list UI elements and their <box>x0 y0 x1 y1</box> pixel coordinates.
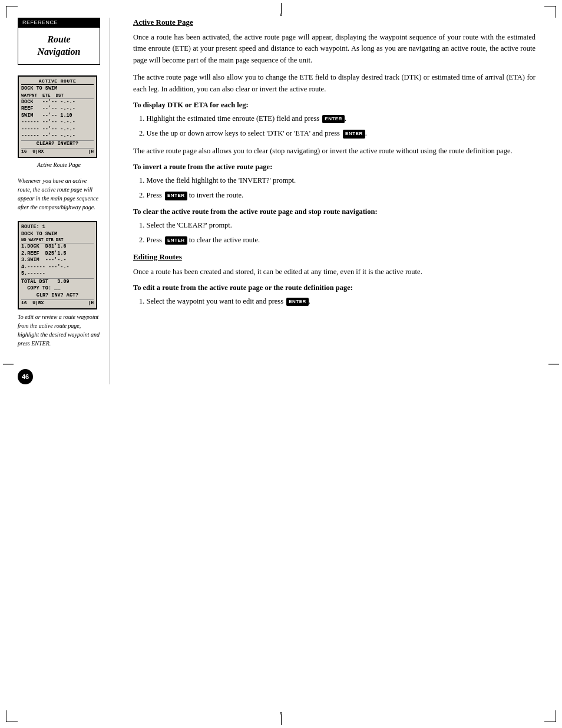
screen2-header: NO WAYPNT DTB DST <box>21 238 94 243</box>
active-route-para2: The active route page will also allow yo… <box>133 72 535 95</box>
gps-screen-2: ROUTE: 1 DOCK TO SWIM NO WAYPNT DTB DST … <box>18 221 97 309</box>
corner-mark-tl <box>6 6 18 18</box>
enter-badge-4: ENTER <box>165 236 187 245</box>
invert-section: To invert a route from the active route … <box>133 163 535 202</box>
active-route-section: Active Route Page Once a route has been … <box>133 18 535 95</box>
clear-step-1: 1. Select the 'CLEAR?' prompt. <box>139 220 535 231</box>
screen1-row6: ------ --'-- -.-.- <box>21 133 94 139</box>
crosshair-left <box>3 364 14 364</box>
dtk-heading: To display DTK or ETA for each leg: <box>133 101 535 110</box>
screen1-title: ACTIVE ROUTE <box>21 78 94 85</box>
invert-steps: 1. Move the field highlight to the 'INVE… <box>133 175 535 202</box>
crosshair-bottom <box>280 712 282 725</box>
clear-step-2: 2. Press ENTER to clear the active route… <box>139 235 535 246</box>
vertical-divider <box>109 18 110 384</box>
screen2-row3: 3.SWIM ---'-.- <box>21 257 94 263</box>
editing-para1: Once a route has been created and stored… <box>133 266 535 278</box>
screen2-subtitle: DOCK TO SWIM <box>21 231 94 238</box>
dtk-after-text: The active route page also allows you to… <box>133 146 535 157</box>
invert-heading: To invert a route from the active route … <box>133 163 535 172</box>
reference-tab: Reference <box>18 18 100 27</box>
dtk-step-2: 2. Use the up or down arrow keys to sele… <box>139 128 535 139</box>
screen1-row2: REEF --'-- -.-.- <box>21 106 94 112</box>
screen1-caption: Active Route Page <box>18 161 100 169</box>
screen2-title: ROUTE: 1 <box>21 224 94 230</box>
screen2-copy: COPY TO: __ <box>21 285 94 292</box>
screen1-row1: DOCK --'-- -.-.- <box>21 99 94 106</box>
edit-step-1: 1. Select the waypoint you want to edit … <box>139 296 535 307</box>
screen1-footer: 16 U|RX|H <box>21 148 94 155</box>
enter-badge-3: ENTER <box>165 192 187 200</box>
main-content: Active Route Page Once a route has been … <box>121 18 535 384</box>
screen1-note: Whenever you have an active route, the a… <box>18 176 100 212</box>
enter-badge-2: ENTER <box>343 130 365 138</box>
screen1-subtitle: DOCK TO SWIM <box>21 85 94 92</box>
clear-heading: To clear the active route from the activ… <box>133 207 535 216</box>
screen2-footer: 16 U|RX|H <box>21 299 94 307</box>
crosshair-right <box>548 364 559 364</box>
sidebar: Reference Route Navigation ACTIVE ROUTE … <box>18 18 109 384</box>
screen1-bottom: CLEAR? INVERT? <box>21 140 94 147</box>
dtk-step-1: 1. Highlight the estimated time enroute … <box>139 113 535 124</box>
edit-route-heading: To edit a route from the active route pa… <box>133 284 535 292</box>
dtk-steps: 1. Highlight the estimated time enroute … <box>133 113 535 140</box>
invert-step-2: 2. Press ENTER to invert the route. <box>139 190 535 201</box>
enter-badge-1: ENTER <box>322 115 345 123</box>
enter-badge-5: ENTER <box>286 298 309 306</box>
screen2-row5: 5.------ <box>21 271 94 277</box>
clear-section: To clear the active route from the activ… <box>133 207 535 246</box>
invert-step-1: 1. Move the field highlight to the 'INVE… <box>139 175 535 186</box>
screen2-row2: 2.REEF D25'1.5 <box>21 251 94 257</box>
screen1-row5: ------ --'-- -.-.- <box>21 126 94 133</box>
dtk-eta-section: To display DTK or ETA for each leg: 1. H… <box>133 101 535 157</box>
screen2-note: To edit or review a route waypoint from … <box>18 312 100 348</box>
editing-section: Editing Routes Once a route has been cre… <box>133 252 535 308</box>
screen1-row3: SWIM --'-- 1.10 <box>21 113 94 119</box>
screen2-row1: 1.DOCK D31'1.6 <box>21 243 94 250</box>
corner-mark-br <box>544 710 556 722</box>
route-nav-title: Route Navigation <box>23 34 95 58</box>
page-number-area: 46 <box>18 357 100 384</box>
screen2-total: TOTAL DST 3.09 <box>21 278 94 285</box>
screen1-row4: ------ --'-- -.-.- <box>21 119 94 126</box>
crosshair-top <box>280 3 282 16</box>
clear-steps: 1. Select the 'CLEAR?' prompt. 2. Press … <box>133 220 535 246</box>
active-route-para1: Once a route has been activated, the act… <box>133 32 535 66</box>
corner-mark-bl <box>6 710 18 722</box>
screen2-clr: CLR? INV? ACT? <box>21 292 94 299</box>
corner-mark-tr <box>544 6 556 18</box>
editing-title: Editing Routes <box>133 252 535 262</box>
route-nav-box: Route Navigation <box>18 27 100 65</box>
page-number: 46 <box>18 369 33 384</box>
edit-steps: 1. Select the waypoint you want to edit … <box>133 296 535 307</box>
screen1-header: WAYPNT ETE DST <box>21 93 94 99</box>
gps-screen-1: ACTIVE ROUTE DOCK TO SWIM WAYPNT ETE DST… <box>18 75 97 158</box>
screen2-row4: 4.------ ---'-.- <box>21 264 94 271</box>
active-route-title: Active Route Page <box>133 18 535 27</box>
